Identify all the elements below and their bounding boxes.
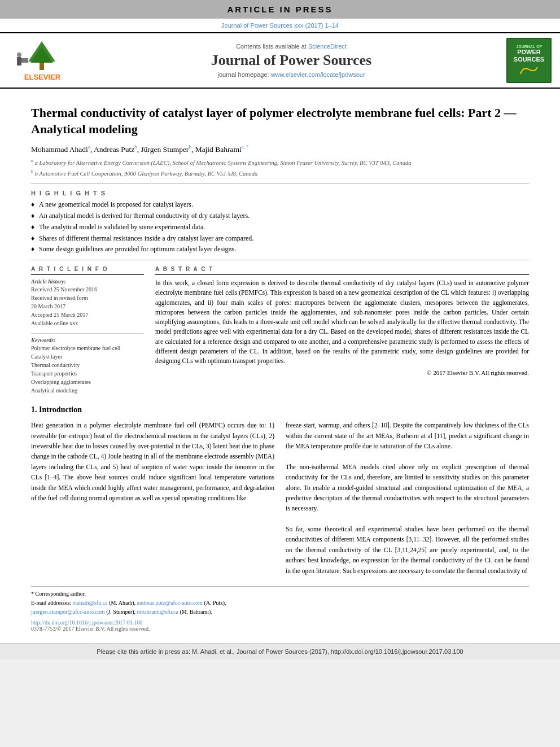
aff-a-text: a Laboratory for Alternative Energy Conv… — [35, 159, 412, 165]
bullet-2: ♦ — [31, 211, 34, 221]
kw-2: Catalyst layer — [31, 353, 144, 361]
accepted-date: Accepted 21 March 2017 — [31, 311, 144, 319]
highlights-title: H I G H L I G H T S — [31, 190, 529, 196]
intro-para2: freeze-start, warmup, and others [2–10].… — [286, 420, 529, 576]
contents-label: Contents lists available at — [236, 43, 307, 50]
received-date: Received 25 November 2016 — [31, 286, 144, 294]
doi-line[interactable]: http://dx.doi.org/10.1016/j.jpowsour.201… — [31, 619, 529, 626]
bullet-5: ♦ — [31, 244, 34, 254]
kw-4: Transport properties — [31, 370, 144, 378]
author-andreas: Andreas Putz — [94, 145, 134, 154]
page-wrapper: ARTICLE IN PRESS Journal of Power Source… — [0, 0, 560, 659]
received-revised-label: Received in revised form — [31, 294, 144, 302]
affiliations: a a Laboratory for Alternative Energy Co… — [31, 158, 529, 178]
email-1-person: (M. Ahadi), — [109, 600, 135, 606]
author-jurgen: Jürgen Stumper — [141, 145, 189, 154]
journal-ref-text: Journal of Power Sources xxx (2017) 1–14 — [221, 22, 339, 29]
keywords-label: Keywords: — [31, 337, 144, 343]
elsevier-illustration — [11, 40, 73, 71]
abstract-text: In this work, a closed form expression i… — [155, 278, 529, 366]
homepage-label: journal homepage: — [217, 71, 269, 78]
keywords-section: Keywords: Polymer electrolyte membrane f… — [31, 333, 144, 395]
abstract-title: A B S T R A C T — [155, 266, 529, 272]
highlight-item-1: ♦ A new geometrical model is proposed fo… — [31, 200, 529, 209]
journal-header: ELSEVIER Contents lists available at Sci… — [0, 32, 560, 89]
svg-rect-3 — [17, 57, 21, 65]
article-title: Thermal conductivity of catalyst layer o… — [31, 105, 529, 137]
kw-1: Polymer electrolyte membrane fuel cell — [31, 344, 144, 352]
intro-body-cols: Heat generation in a polymer electrolyte… — [31, 420, 529, 580]
article-info-col: A R T I C L E I N F O Article history: R… — [31, 266, 144, 395]
authors-line: Mohammad Ahadia, Andreas Putzb, Jürgen S… — [31, 144, 529, 154]
highlight-item-2: ♦ An analytical model is derived for the… — [31, 211, 529, 221]
bullet-1: ♦ — [31, 200, 34, 209]
email-1[interactable]: mahadi@sfu.ca — [72, 600, 107, 606]
elsevier-brand: ELSEVIER — [24, 73, 60, 81]
author-sup-a2: a, * — [242, 144, 249, 150]
section-number: 1. — [31, 405, 37, 414]
kw-divider — [31, 333, 144, 334]
email-label: E-mail addresses: — [31, 600, 71, 606]
email-3[interactable]: juergen.stumper@afcc-auto.com — [31, 609, 105, 615]
bullet-3: ♦ — [31, 222, 34, 232]
kw-6: Analytical modeling — [31, 387, 144, 395]
author-sup-b1: b — [134, 144, 137, 150]
article-info-abstract-layout: A R T I C L E I N F O Article history: R… — [31, 266, 529, 395]
journal-homepage: journal homepage: www.elsevier.com/locat… — [85, 71, 498, 78]
svg-point-4 — [17, 53, 21, 57]
journal-ref-line: Journal of Power Sources xxx (2017) 1–14 — [0, 19, 560, 29]
doi-text: http://dx.doi.org/10.1016/j.jpowsour.201… — [31, 619, 142, 626]
highlights-rule-top — [31, 184, 529, 184]
power-sources-logo: JOURNAL OF POWER SOURCES — [506, 38, 552, 83]
article-in-press-banner: ARTICLE IN PRESS — [0, 0, 560, 19]
available-online: Available online xxx — [31, 320, 144, 327]
abstract-divider — [155, 274, 529, 275]
aff-b-text: b Automotive Fuel Cell Cooperation, 9000… — [35, 170, 258, 176]
homepage-url[interactable]: www.elsevier.com/locate/jpowsour — [271, 71, 365, 78]
citation-bar: Please cite this article in press as: M.… — [0, 643, 560, 659]
author-sup-a: a — [88, 144, 90, 150]
journal-header-left: ELSEVIER — [6, 40, 79, 81]
section-title: Introduction — [39, 405, 82, 414]
email-4[interactable]: mbahrami@sfu.ca — [137, 609, 178, 615]
highlight-item-3: ♦ The analytical model is validated by s… — [31, 222, 529, 232]
intro-right-col: freeze-start, warmup, and others [2–10].… — [286, 420, 529, 580]
svg-rect-5 — [21, 58, 28, 63]
email-line: E-mail addresses: mahadi@sfu.ca (M. Ahad… — [31, 599, 529, 607]
main-content: Thermal conductivity of catalyst layer o… — [0, 89, 560, 637]
affiliation-b: b b Automotive Fuel Cell Cooperation, 90… — [31, 168, 529, 178]
copyright-line: 0378-7753/© 2017 Elsevier B.V. All right… — [31, 626, 529, 632]
journal-title-main: Journal of Power Sources — [85, 52, 498, 69]
banner-text: ARTICLE IN PRESS — [227, 5, 333, 14]
email-3-person: (J. Stumper), — [106, 609, 135, 615]
aff-super-a: a — [31, 158, 33, 163]
highlights-section: H I G H L I G H T S ♦ A new geometrical … — [31, 190, 529, 254]
sciencedirect-link[interactable]: ScienceDirect — [308, 43, 347, 50]
bullet-4: ♦ — [31, 234, 34, 243]
aff-super-b: b — [31, 169, 33, 174]
journal-header-center: Contents lists available at ScienceDirec… — [79, 43, 504, 78]
author-mohammad: Mohammad Ahadi — [31, 145, 88, 154]
article-info-divider — [31, 274, 144, 275]
email-2[interactable]: andreas.putz@afcc-auto.com — [137, 600, 203, 606]
highlight-item-4: ♦ Shares of different thermal resistance… — [31, 234, 529, 243]
journal-header-right: JOURNAL OF POWER SOURCES — [504, 38, 554, 83]
email-2-person: (A. Putz), — [204, 600, 226, 606]
abstract-col: A B S T R A C T In this work, a closed f… — [155, 266, 529, 395]
email-line-2: juergen.stumper@afcc-auto.com (J. Stumpe… — [31, 608, 529, 616]
highlights-rule-bottom — [31, 260, 529, 260]
intro-para1: Heat generation in a polymer electrolyte… — [31, 420, 274, 503]
article-history-label: Article history: — [31, 278, 144, 285]
kw-5: Overlapping agglomerates — [31, 378, 144, 386]
abstract-copyright: © 2017 Elsevier B.V. All rights reserved… — [155, 369, 529, 376]
revised-date: 20 March 2017 — [31, 303, 144, 311]
intro-left-col: Heat generation in a polymer electrolyte… — [31, 420, 274, 580]
footnote-section: * Corresponding author. E-mail addresses… — [31, 586, 529, 632]
article-info-title: A R T I C L E I N F O — [31, 266, 144, 272]
corresponding-note: * Corresponding author. — [31, 590, 529, 598]
highlight-item-5: ♦ Some design guidelines are provided fo… — [31, 244, 529, 254]
affiliation-a: a a Laboratory for Alternative Energy Co… — [31, 158, 529, 167]
citation-text: Please cite this article in press as: M.… — [97, 648, 463, 655]
introduction-section: 1. Introduction Heat generation in a pol… — [31, 405, 529, 580]
intro-heading: 1. Introduction — [31, 405, 529, 414]
